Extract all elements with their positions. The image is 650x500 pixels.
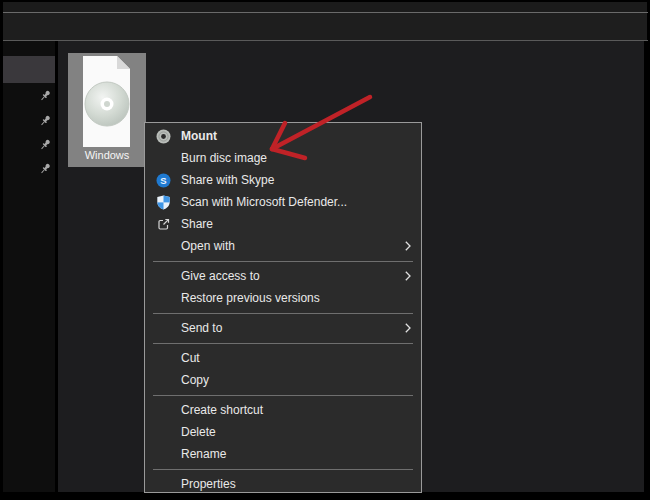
- menu-item-burn-disc-image[interactable]: Burn disc image: [145, 147, 421, 169]
- menu-item-icon-empty: [155, 402, 171, 418]
- share-icon: [155, 216, 171, 232]
- menu-item-share[interactable]: Share: [145, 213, 421, 235]
- menu-item-label: Share with Skype: [181, 173, 274, 187]
- menu-item-label: Cut: [181, 351, 200, 365]
- menu-item-mount[interactable]: Mount: [145, 125, 421, 147]
- menu-item-label: Scan with Microsoft Defender...: [181, 195, 347, 209]
- menu-item-label: Share: [181, 217, 213, 231]
- menu-item-label: Mount: [181, 129, 217, 143]
- skype-icon: S: [155, 172, 171, 188]
- menu-item-icon-empty: [155, 290, 171, 306]
- menu-item-icon-empty: [155, 446, 171, 462]
- menu-item-share-with-skype[interactable]: SShare with Skype: [145, 169, 421, 191]
- window-titlebar: [3, 2, 647, 12]
- submenu-chevron-icon: [405, 323, 411, 333]
- menu-item-copy[interactable]: Copy: [145, 369, 421, 391]
- pushpin-icon[interactable]: [38, 114, 52, 128]
- menu-item-label: Restore previous versions: [181, 291, 320, 305]
- menu-item-properties[interactable]: Properties: [145, 473, 421, 495]
- pushpin-icon[interactable]: [38, 138, 52, 152]
- menu-separator: [145, 309, 421, 317]
- menu-item-rename[interactable]: Rename: [145, 443, 421, 465]
- context-menu: MountBurn disc imageSShare with SkypeSca…: [144, 122, 422, 493]
- sidebar-selected-item[interactable]: [3, 56, 55, 83]
- menu-item-icon-empty: [155, 320, 171, 336]
- menu-separator: [145, 465, 421, 473]
- svg-text:S: S: [160, 175, 166, 186]
- menu-item-label: Send to: [181, 321, 222, 335]
- defender-icon: [155, 194, 171, 210]
- menu-item-delete[interactable]: Delete: [145, 421, 421, 443]
- menu-item-create-shortcut[interactable]: Create shortcut: [145, 399, 421, 421]
- menu-separator: [145, 391, 421, 399]
- menu-item-scan-with-microsoft-defender[interactable]: Scan with Microsoft Defender...: [145, 191, 421, 213]
- ribbon-strip: [3, 13, 647, 40]
- menu-item-icon-empty: [155, 372, 171, 388]
- menu-item-icon-empty: [155, 150, 171, 166]
- menu-item-label: Burn disc image: [181, 151, 267, 165]
- menu-item-give-access-to[interactable]: Give access to: [145, 265, 421, 287]
- menu-item-icon-empty: [155, 238, 171, 254]
- menu-item-label: Copy: [181, 373, 209, 387]
- menu-item-send-to[interactable]: Send to: [145, 317, 421, 339]
- file-tile-windows-iso[interactable]: Windows: [68, 53, 146, 167]
- disc-icon: [155, 128, 171, 144]
- file-name-label: Windows: [68, 149, 146, 161]
- submenu-chevron-icon: [405, 271, 411, 281]
- menu-item-icon-empty: [155, 476, 171, 492]
- menu-item-label: Give access to: [181, 269, 260, 283]
- menu-item-icon-empty: [155, 424, 171, 440]
- menu-item-open-with[interactable]: Open with: [145, 235, 421, 257]
- menu-item-label: Properties: [181, 477, 236, 491]
- menu-item-cut[interactable]: Cut: [145, 347, 421, 369]
- menu-separator: [145, 257, 421, 265]
- pushpin-icon[interactable]: [38, 162, 52, 176]
- pushpin-icon[interactable]: [38, 89, 52, 103]
- menu-item-label: Rename: [181, 447, 226, 461]
- menu-item-label: Create shortcut: [181, 403, 263, 417]
- menu-item-icon-empty: [155, 350, 171, 366]
- submenu-chevron-icon: [405, 241, 411, 251]
- menu-separator: [145, 339, 421, 347]
- navigation-pane: [3, 41, 58, 492]
- disc-image-file-icon: [83, 56, 131, 148]
- menu-item-icon-empty: [155, 268, 171, 284]
- menu-item-restore-previous-versions[interactable]: Restore previous versions: [145, 287, 421, 309]
- menu-item-label: Open with: [181, 239, 235, 253]
- menu-item-label: Delete: [181, 425, 216, 439]
